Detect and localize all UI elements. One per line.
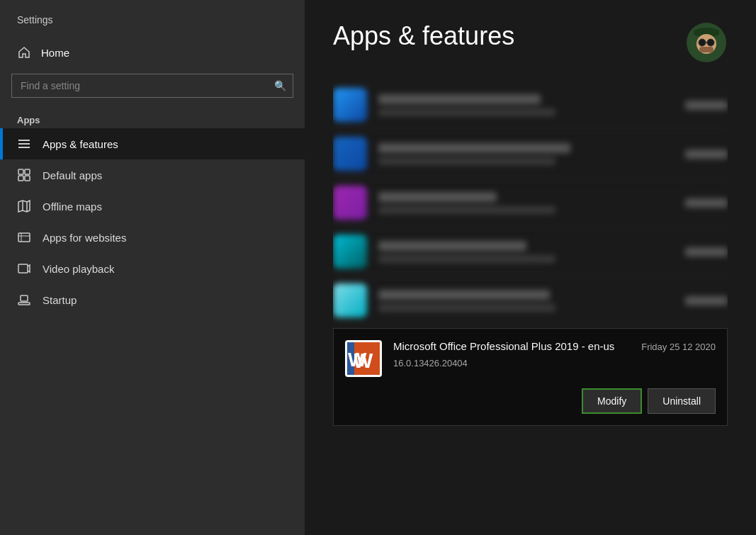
selected-app-version: 16.0.13426.20404 — [393, 358, 716, 368]
page-title: Apps & features — [333, 21, 514, 51]
sidebar-item-apps-websites-label: Apps for websites — [43, 232, 126, 244]
svg-rect-4 — [18, 169, 23, 174]
selected-app-details: Microsoft Office Professional Plus 2019 … — [393, 340, 716, 368]
office-app-icon: W W — [345, 340, 382, 377]
home-icon — [17, 45, 31, 60]
sidebar-item-startup[interactable]: Startup — [0, 284, 305, 315]
app-actions: Modify Uninstall — [345, 388, 716, 414]
sidebar-item-startup-label: Startup — [43, 294, 77, 306]
svg-rect-5 — [25, 169, 30, 174]
app-top-row: Microsoft Office Professional Plus 2019 … — [393, 340, 716, 354]
sidebar-item-apps-features[interactable]: Apps & features — [0, 128, 305, 159]
selected-app-item: W W Microsoft Office Professional Plus 2… — [333, 328, 728, 426]
app-item-blurred-4 — [333, 227, 728, 276]
app-list: W W Microsoft Office Professional Plus 2… — [333, 81, 728, 521]
apps-features-icon — [17, 137, 31, 151]
video-playback-icon — [17, 261, 31, 276]
app-item-blurred-2 — [333, 130, 728, 179]
startup-icon — [17, 293, 31, 307]
search-box: 🔍 — [11, 74, 293, 98]
svg-rect-1 — [18, 143, 30, 145]
sidebar-item-video-playback[interactable]: Video playback — [0, 253, 305, 284]
svg-rect-3 — [18, 140, 20, 141]
svg-point-21 — [699, 39, 706, 46]
svg-rect-14 — [18, 264, 28, 273]
svg-rect-7 — [25, 176, 30, 181]
svg-rect-0 — [18, 140, 30, 141]
app-item-blurred-3 — [333, 179, 728, 227]
app-item-blurred-5 — [333, 276, 728, 325]
default-apps-icon — [17, 168, 31, 182]
sidebar-item-apps-features-label: Apps & features — [43, 138, 118, 150]
modify-button[interactable]: Modify — [582, 388, 642, 414]
svg-rect-15 — [18, 303, 30, 305]
main-content: Apps & features — [305, 0, 756, 535]
page-header: Apps & features — [333, 21, 728, 64]
section-label: Apps — [0, 109, 305, 128]
search-icon: 🔍 — [274, 80, 286, 91]
sidebar-item-default-apps[interactable]: Default apps — [0, 159, 305, 191]
apps-websites-icon — [17, 230, 31, 244]
selected-app-date: Friday 25 12 2020 — [641, 342, 716, 352]
svg-rect-6 — [18, 176, 23, 181]
app-title: Settings — [0, 0, 305, 37]
svg-rect-24 — [699, 47, 713, 52]
svg-rect-2 — [18, 147, 30, 148]
sidebar-item-offline-maps[interactable]: Offline maps — [0, 191, 305, 222]
svg-point-22 — [707, 39, 714, 46]
avatar — [685, 21, 728, 64]
sidebar-item-video-playback-label: Video playback — [43, 263, 114, 275]
sidebar-item-home[interactable]: Home — [0, 37, 305, 68]
home-label: Home — [41, 47, 69, 59]
selected-app-name: Microsoft Office Professional Plus 2019 … — [393, 340, 614, 352]
sidebar-item-default-apps-label: Default apps — [43, 169, 102, 181]
search-input[interactable] — [11, 74, 293, 98]
app-item-blurred-1 — [333, 81, 728, 130]
uninstall-button[interactable]: Uninstall — [648, 388, 716, 414]
sidebar-item-offline-maps-label: Offline maps — [43, 201, 102, 213]
sidebar-item-apps-websites[interactable]: Apps for websites — [0, 222, 305, 253]
offline-maps-icon — [17, 199, 31, 213]
selected-app-top: W W Microsoft Office Professional Plus 2… — [345, 340, 716, 377]
svg-rect-11 — [18, 233, 30, 242]
svg-rect-16 — [21, 295, 28, 301]
svg-marker-8 — [18, 201, 30, 212]
svg-text:W: W — [348, 349, 367, 371]
sidebar: Settings Home 🔍 Apps Apps & features — [0, 0, 305, 535]
